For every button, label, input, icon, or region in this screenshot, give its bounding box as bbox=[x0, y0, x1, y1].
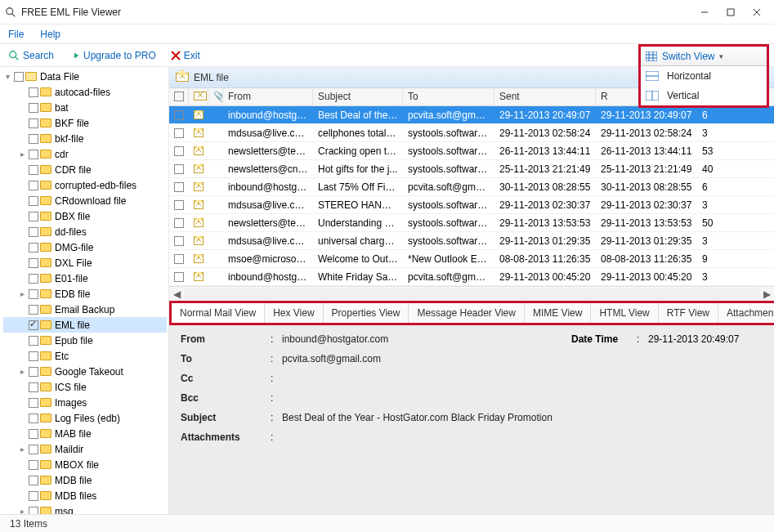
table-row[interactable]: msoe@microsoft.c...Welcome to Outl...*Ne… bbox=[169, 250, 774, 268]
table-row[interactable]: inbound@hostga...Last 75% Off Fire ...pc… bbox=[169, 178, 774, 196]
column-sent[interactable]: Sent bbox=[494, 88, 596, 105]
tab-rtf-view[interactable]: RTF View bbox=[659, 303, 718, 323]
tree-item[interactable]: MAB file bbox=[3, 426, 167, 441]
checkbox[interactable] bbox=[29, 351, 38, 361]
table-row[interactable]: inbound@hostga...Best Deal of the Y...pc… bbox=[169, 106, 774, 124]
checkbox[interactable] bbox=[29, 507, 38, 515]
tree-item[interactable]: E01-file bbox=[3, 270, 167, 286]
row-checkbox[interactable] bbox=[169, 146, 189, 156]
tree-item[interactable]: Log Files (edb) bbox=[3, 410, 167, 426]
checkbox[interactable] bbox=[29, 227, 38, 237]
tree-item[interactable]: Images bbox=[3, 395, 167, 410]
switch-option-vertical[interactable]: Vertical bbox=[641, 86, 767, 105]
checkbox[interactable] bbox=[29, 212, 38, 221]
tree-root[interactable]: ▾ Data File bbox=[3, 69, 167, 84]
tree-item[interactable]: DXL File bbox=[3, 255, 167, 270]
table-row[interactable]: mdsusa@live.comuniversal charger ...syst… bbox=[169, 232, 774, 250]
row-checkbox[interactable] bbox=[169, 182, 189, 192]
column-subject[interactable]: Subject bbox=[313, 88, 403, 105]
column-attachment[interactable]: 📎 bbox=[208, 88, 223, 105]
checkbox[interactable] bbox=[29, 289, 38, 299]
switch-option-horizontal[interactable]: Horizontal bbox=[641, 66, 767, 86]
chevron-right-icon[interactable]: ▸ bbox=[18, 289, 27, 298]
chevron-right-icon[interactable]: ▸ bbox=[18, 150, 27, 159]
column-to[interactable]: To bbox=[403, 88, 494, 105]
tree-item[interactable]: ▸Maildir bbox=[3, 441, 167, 457]
tree-item[interactable]: autocad-files bbox=[3, 84, 167, 100]
checkbox[interactable] bbox=[29, 134, 38, 144]
checkbox[interactable] bbox=[29, 258, 38, 268]
tree-item[interactable]: CRdownload file bbox=[3, 193, 167, 208]
tree-item[interactable]: bat bbox=[3, 100, 167, 115]
table-row[interactable]: newsletters@tech...Cracking open th...sy… bbox=[169, 142, 774, 160]
checkbox[interactable] bbox=[29, 398, 38, 408]
checkbox[interactable] bbox=[29, 196, 38, 206]
checkbox[interactable] bbox=[29, 243, 38, 253]
row-checkbox[interactable] bbox=[169, 164, 189, 174]
tree-item[interactable]: ▸msg bbox=[3, 503, 167, 514]
checkbox[interactable] bbox=[29, 382, 38, 392]
checkbox[interactable] bbox=[29, 150, 38, 159]
tree-item[interactable]: DMG-file bbox=[3, 239, 167, 255]
tree-item[interactable]: ▸EDB file bbox=[3, 286, 167, 302]
tree-item[interactable]: Etc bbox=[3, 348, 167, 364]
table-row[interactable]: mdsusa@live.comcellphones total c...syst… bbox=[169, 124, 774, 142]
tree-item[interactable]: Email Backup bbox=[3, 302, 167, 317]
checkbox[interactable] bbox=[29, 165, 38, 175]
checkbox[interactable] bbox=[29, 103, 38, 113]
maximize-button[interactable] bbox=[718, 2, 743, 23]
tree-item[interactable]: MBOX file bbox=[3, 457, 167, 472]
tab-attachments[interactable]: Attachments bbox=[718, 303, 774, 323]
checkbox[interactable] bbox=[29, 181, 38, 190]
chevron-right-icon[interactable]: ▸ bbox=[18, 507, 27, 514]
tree-item[interactable]: ▸cdr bbox=[3, 146, 167, 162]
row-checkbox[interactable] bbox=[169, 110, 189, 120]
menu-file[interactable]: File bbox=[8, 29, 24, 40]
checkbox[interactable] bbox=[29, 305, 38, 315]
table-row[interactable]: newsletters@tech...Understanding S...sys… bbox=[169, 214, 774, 232]
table-row[interactable]: inbound@hostga...White Friday Sale ...pc… bbox=[169, 268, 774, 286]
checkbox[interactable] bbox=[29, 491, 38, 501]
tab-hex-view[interactable]: Hex View bbox=[265, 303, 323, 323]
row-checkbox[interactable] bbox=[169, 272, 189, 282]
tab-properties-view[interactable]: Properties View bbox=[324, 303, 409, 323]
checkbox[interactable] bbox=[29, 87, 38, 97]
checkbox[interactable] bbox=[29, 429, 38, 439]
tree-item[interactable]: BKF file bbox=[3, 115, 167, 131]
checkbox[interactable] bbox=[14, 72, 24, 82]
checkbox[interactable] bbox=[29, 460, 38, 470]
checkbox[interactable] bbox=[29, 118, 38, 128]
close-button[interactable] bbox=[745, 2, 769, 23]
message-grid[interactable]: inbound@hostga...Best Deal of the Y...pc… bbox=[169, 106, 774, 286]
row-checkbox[interactable] bbox=[169, 128, 189, 138]
toolbar-exit[interactable]: Exit bbox=[168, 48, 204, 63]
row-checkbox[interactable] bbox=[169, 218, 189, 228]
tree-item[interactable]: EML file bbox=[3, 317, 167, 333]
tree-item[interactable]: dd-files bbox=[3, 224, 167, 239]
column-checkbox[interactable] bbox=[169, 88, 189, 105]
tree-item[interactable]: CDR file bbox=[3, 162, 167, 177]
tree-item[interactable]: DBX file bbox=[3, 208, 167, 224]
toolbar-upgrade[interactable]: Upgrade to PRO bbox=[65, 48, 159, 63]
checkbox[interactable] bbox=[29, 445, 38, 454]
tab-html-view[interactable]: HTML View bbox=[591, 303, 658, 323]
checkbox[interactable] bbox=[29, 274, 38, 284]
tree-item[interactable]: Epub file bbox=[3, 333, 167, 348]
grid-horizontal-scrollbar[interactable]: ◀▶ bbox=[169, 286, 774, 301]
checkbox[interactable] bbox=[29, 414, 38, 423]
tree-item[interactable]: bkf-file bbox=[3, 131, 167, 146]
tree-item[interactable]: ▸Google Takeout bbox=[3, 364, 167, 379]
table-row[interactable]: mdsusa@live.comSTEREO HANDSFR...systools… bbox=[169, 196, 774, 214]
tree-item[interactable]: ICS file bbox=[3, 379, 167, 395]
chevron-down-icon[interactable]: ▾ bbox=[3, 72, 12, 81]
checkbox[interactable] bbox=[29, 367, 38, 377]
column-icon[interactable] bbox=[189, 88, 208, 105]
tree-item[interactable]: MDB files bbox=[3, 488, 167, 503]
checkbox[interactable] bbox=[29, 336, 38, 346]
tab-normal-mail-view[interactable]: Normal Mail View bbox=[172, 303, 265, 323]
row-checkbox[interactable] bbox=[169, 254, 189, 264]
minimize-button[interactable] bbox=[692, 2, 717, 23]
chevron-right-icon[interactable]: ▸ bbox=[18, 445, 27, 454]
folder-tree[interactable]: ▾ Data File autocad-filesbatBKF filebkf-… bbox=[0, 67, 169, 514]
menu-help[interactable]: Help bbox=[40, 29, 60, 40]
